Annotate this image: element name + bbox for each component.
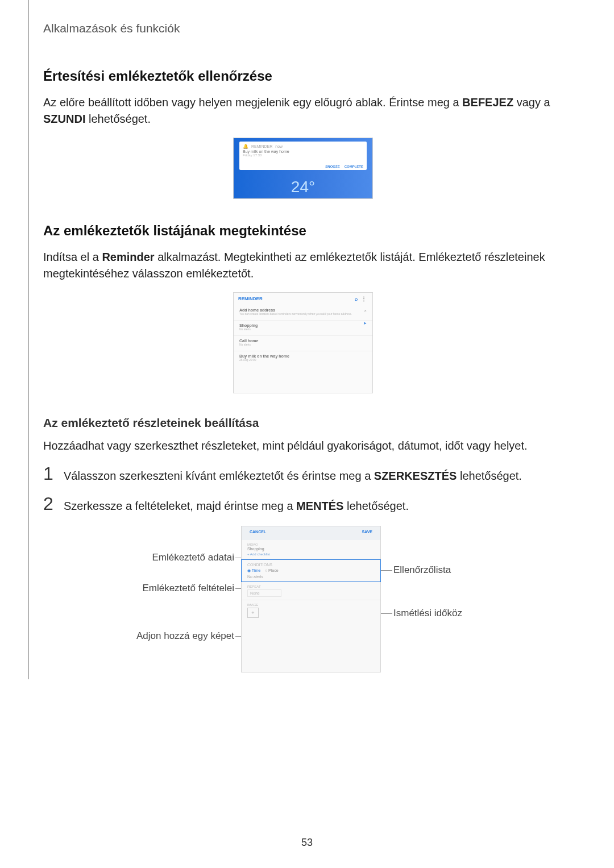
- bold-reminder: Reminder: [102, 251, 154, 263]
- item-title: Buy milk on the way home: [239, 354, 367, 358]
- conditions-label: CONDITIONS: [247, 563, 375, 567]
- item-title: Add home address: [239, 308, 367, 312]
- cancel-button[interactable]: CANCEL: [250, 530, 266, 537]
- complete-button[interactable]: COMPLETE: [345, 165, 363, 168]
- radio-place-label: Place: [268, 568, 279, 572]
- item-title: Call home: [239, 339, 367, 343]
- item-sub: 25 Aug 20:00: [239, 358, 367, 362]
- repeat-label: REPEAT: [247, 585, 375, 588]
- text: vagy a: [513, 96, 550, 109]
- radio-time[interactable]: ◉ Time: [247, 568, 260, 572]
- add-checklist-link[interactable]: + Add checklist: [247, 553, 375, 556]
- notif-time: now: [275, 144, 283, 148]
- subsection-title: Az emlékeztető részleteinek beállítása: [43, 416, 563, 430]
- text: Válasszon szerkeszteni kívánt emlékeztet…: [64, 470, 374, 482]
- section1-paragraph: Az előre beállított időben vagy helyen m…: [43, 94, 563, 127]
- bold-befejez: BEFEJEZ: [462, 96, 513, 109]
- snooze-button[interactable]: SNOOZE: [325, 165, 339, 168]
- list-item[interactable]: Shopping No alerts: [234, 321, 372, 336]
- memo-section: MEMO Shopping + Add checklist: [242, 540, 380, 559]
- text: Indítsa el a: [43, 251, 102, 263]
- list-item[interactable]: Call home No alerts: [234, 336, 372, 351]
- notification-card: 🔔 REMINDER now Buy milk on the way home …: [239, 142, 367, 170]
- step-number: 1: [43, 464, 64, 483]
- item-sub: You can create location-based reminders …: [239, 312, 367, 315]
- subsection-paragraph: Hozzáadhat vagy szerkeszthet részleteket…: [43, 438, 563, 454]
- lockscreen-temp: 24°: [234, 178, 372, 196]
- close-icon[interactable]: ×: [364, 308, 367, 313]
- radio-place[interactable]: ○ Place: [265, 568, 279, 572]
- add-image-button[interactable]: +: [247, 608, 259, 618]
- image-section: IMAGE +: [242, 600, 380, 621]
- more-icon[interactable]: ⋮: [361, 296, 367, 302]
- bold-szerkesztes: SZERKESZTÉS: [374, 470, 457, 482]
- step-1: 1 Válasszon szerkeszteni kívánt emlékezt…: [43, 464, 563, 484]
- text: lehetőséget.: [343, 500, 409, 512]
- step-number: 2: [43, 495, 64, 513]
- item-sub: No alerts: [239, 343, 367, 346]
- search-icon[interactable]: ⌕: [355, 296, 358, 302]
- section2-title: Az emlékeztetők listájának megtekintése: [43, 223, 563, 239]
- step-text: Válasszon szerkeszteni kívánt emlékeztet…: [64, 464, 522, 484]
- step-text: Szerkessze a feltételeket, majd érintse …: [64, 495, 409, 514]
- section1-title: Értesítési emlékeztetők ellenőrzése: [43, 68, 563, 84]
- annotation-conditions: Emlékeztető feltételei: [121, 583, 234, 594]
- bell-icon: 🔔: [243, 144, 248, 149]
- annotation-addimage: Adjon hozzá egy képet: [121, 630, 234, 642]
- notif-subtext: Friday 17:30: [243, 153, 363, 157]
- figure-edit-reminder: Emlékeztető adatai Emlékeztető feltétele…: [86, 526, 496, 679]
- annotation-data: Emlékeztető adatai: [132, 552, 234, 563]
- text: lehetőséget.: [457, 470, 522, 482]
- page-number: 53: [0, 837, 614, 849]
- item-title: Shopping: [239, 323, 367, 327]
- notif-text: Buy milk on the way home: [243, 149, 363, 153]
- list-item[interactable]: × Add home address You can create locati…: [234, 305, 372, 321]
- radio-time-label: Time: [252, 568, 260, 572]
- repeat-section[interactable]: REPEAT None: [242, 582, 380, 600]
- breadcrumb: Alkalmazások és funkciók: [43, 22, 563, 35]
- memo-label: MEMO: [247, 543, 375, 546]
- edit-screen: CANCEL SAVE MEMO Shopping + Add checklis…: [241, 526, 381, 672]
- list-header: REMINDER ⌕ ⋮: [234, 293, 372, 305]
- edit-topbar: CANCEL SAVE: [242, 526, 380, 540]
- conditions-section: CONDITIONS ◉ Time ○ Place No alerts: [241, 559, 381, 582]
- list-item[interactable]: Buy milk on the way home 25 Aug 20:00: [234, 351, 372, 366]
- memo-value[interactable]: Shopping: [247, 547, 375, 551]
- bold-szundi: SZUNDI: [43, 113, 85, 125]
- item-sub: No alerts: [239, 327, 367, 331]
- page-content: Alkalmazások és funkciók Értesítési emlé…: [28, 0, 591, 679]
- save-button[interactable]: SAVE: [362, 530, 372, 537]
- annotation-checklist: Ellenőrzőlista: [393, 564, 451, 576]
- header-title: REMINDER: [238, 296, 263, 301]
- noalerts-text: No alerts: [247, 575, 375, 579]
- bold-mentes: MENTÉS: [296, 500, 343, 512]
- annotation-repeat: Ismétlési időköz: [393, 608, 462, 619]
- step-2: 2 Szerkessze a feltételeket, majd érints…: [43, 495, 563, 514]
- section2-paragraph: Indítsa el a Reminder alkalmazást. Megte…: [43, 249, 563, 282]
- figure-reminder-list: REMINDER ⌕ ⋮ × Add home address You can …: [233, 292, 373, 393]
- share-icon[interactable]: ➤: [363, 321, 367, 326]
- text: Szerkessze a feltételeket, majd érintse …: [64, 500, 296, 512]
- image-label: IMAGE: [247, 603, 375, 607]
- text: Az előre beállított időben vagy helyen m…: [43, 96, 462, 109]
- notif-app-name: REMINDER: [251, 144, 272, 148]
- figure-notification-popup: 🔔 REMINDER now Buy milk on the way home …: [233, 138, 373, 199]
- text: lehetőséget.: [85, 113, 151, 125]
- repeat-value[interactable]: None: [247, 589, 281, 597]
